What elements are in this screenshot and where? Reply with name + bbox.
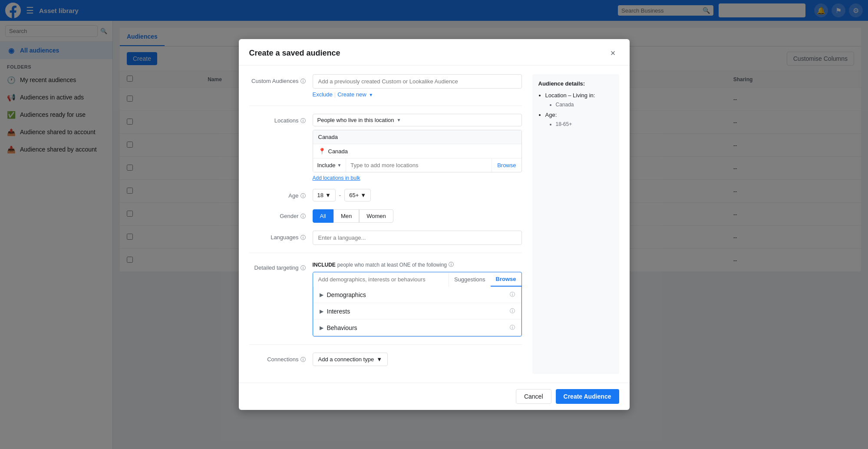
modal-close-button[interactable]: × xyxy=(607,47,619,59)
gender-men-button[interactable]: Men xyxy=(333,209,359,223)
location-dropdown-arrow-icon: ▼ xyxy=(397,118,401,122)
detailed-targeting-info-icon[interactable]: ⓘ xyxy=(300,264,306,272)
browse-tab[interactable]: Browse xyxy=(491,272,521,287)
gender-control: All Men Women xyxy=(313,209,522,223)
age-range-row: 18 ▼ - 65+ ▼ xyxy=(313,189,522,201)
exclude-link[interactable]: Exclude xyxy=(313,91,333,98)
gender-all-button[interactable]: All xyxy=(313,209,333,223)
age-min-select[interactable]: 18 ▼ xyxy=(313,189,336,201)
languages-row: Languages ⓘ xyxy=(249,231,522,245)
connections-row: Connections ⓘ Add a connection type ▼ xyxy=(249,353,522,366)
gender-buttons: All Men Women xyxy=(313,209,522,223)
include-button[interactable]: Include ▼ xyxy=(313,158,347,172)
languages-control xyxy=(313,231,522,245)
age-row: Age ⓘ 18 ▼ - 65+ ▼ xyxy=(249,189,522,201)
age-separator: - xyxy=(339,192,341,198)
demographics-arrow-icon: ▶ xyxy=(320,292,323,298)
languages-label: Languages ⓘ xyxy=(249,231,306,241)
location-pin-icon: 📍 xyxy=(318,148,326,155)
location-selected-text: Canada xyxy=(313,130,521,144)
divider-3 xyxy=(249,344,522,345)
modal-left-panel: Custom Audiences ⓘ Exclude | Create new … xyxy=(249,74,522,374)
detailed-targeting-row: Detailed targeting ⓘ INCLUDE people who … xyxy=(249,261,522,337)
languages-input[interactable] xyxy=(313,231,522,245)
audience-details-list: Location – Living in: Canada Age: 18-65+ xyxy=(538,90,613,129)
gender-label: Gender ⓘ xyxy=(249,209,306,220)
targeting-note: INCLUDE people who match at least ONE of… xyxy=(313,261,522,268)
audience-age-value: 18-65+ xyxy=(556,120,613,129)
demographics-info-icon[interactable]: ⓘ xyxy=(510,291,515,298)
location-box: Canada 📍 Canada Include ▼ xyxy=(313,130,522,172)
locations-info-icon[interactable]: ⓘ xyxy=(300,117,306,125)
audience-links: Exclude | Create new ▼ xyxy=(313,91,522,98)
custom-audiences-control: Exclude | Create new ▼ xyxy=(313,74,522,98)
age-info-icon[interactable]: ⓘ xyxy=(300,192,306,200)
location-name: Canada xyxy=(328,148,348,155)
add-bulk-link[interactable]: Add locations in bulk xyxy=(313,175,360,181)
detailed-targeting-control: INCLUDE people who match at least ONE of… xyxy=(313,261,522,337)
behaviours-info-icon[interactable]: ⓘ xyxy=(510,324,515,331)
age-max-arrow-icon: ▼ xyxy=(360,192,366,198)
location-item: 📍 Canada xyxy=(313,144,521,158)
gender-women-button[interactable]: Women xyxy=(359,209,393,223)
custom-audiences-label: Custom Audiences ⓘ xyxy=(249,74,306,85)
connections-control: Add a connection type ▼ xyxy=(313,353,522,366)
modal-body: Custom Audiences ⓘ Exclude | Create new … xyxy=(239,66,630,383)
audience-location-value: Canada xyxy=(556,100,613,110)
targeting-behaviours-item[interactable]: ▶ Behaviours ⓘ xyxy=(314,320,521,336)
modal-overlay: Create a saved audience × Custom Audienc… xyxy=(0,0,868,449)
divider-1 xyxy=(249,106,522,106)
age-label: Age ⓘ xyxy=(249,189,306,200)
gender-info-icon[interactable]: ⓘ xyxy=(300,213,306,220)
targeting-input[interactable] xyxy=(313,273,449,286)
targeting-tabs: Suggestions Browse xyxy=(449,272,521,287)
suggestions-tab[interactable]: Suggestions xyxy=(449,273,491,286)
audience-location-item: Location – Living in: Canada xyxy=(545,90,613,110)
age-min-arrow-icon: ▼ xyxy=(325,192,331,198)
create-new-link[interactable]: Create new ▼ xyxy=(337,91,373,98)
locations-row: Locations ⓘ People who live in this loca… xyxy=(249,114,522,181)
locations-control: People who live in this location ▼ Canad… xyxy=(313,114,522,181)
cancel-button[interactable]: Cancel xyxy=(516,389,551,404)
interests-info-icon[interactable]: ⓘ xyxy=(510,307,515,315)
custom-audiences-input[interactable] xyxy=(313,74,522,89)
locations-label: Locations ⓘ xyxy=(249,114,306,125)
targeting-demographics-item[interactable]: ▶ Demographics ⓘ xyxy=(314,287,521,303)
create-new-arrow-icon: ▼ xyxy=(369,92,373,97)
create-audience-modal: Create a saved audience × Custom Audienc… xyxy=(239,39,630,410)
location-browse-button[interactable]: Browse xyxy=(492,158,521,172)
detailed-targeting-label: Detailed targeting ⓘ xyxy=(249,261,306,272)
targeting-dropdown: ▶ Demographics ⓘ ▶ Interests xyxy=(313,287,521,336)
gender-row: Gender ⓘ All Men Women xyxy=(249,209,522,223)
audience-details-panel: Audience details: Location – Living in: … xyxy=(532,74,619,374)
modal-header: Create a saved audience × xyxy=(239,39,630,66)
custom-audiences-row: Custom Audiences ⓘ Exclude | Create new … xyxy=(249,74,522,98)
languages-info-icon[interactable]: ⓘ xyxy=(300,234,306,241)
behaviours-arrow-icon: ▶ xyxy=(320,325,323,331)
targeting-note-info-icon[interactable]: ⓘ xyxy=(449,261,454,268)
divider-2 xyxy=(249,253,522,253)
create-audience-button[interactable]: Create Audience xyxy=(556,389,619,404)
connection-type-dropdown[interactable]: Add a connection type ▼ xyxy=(313,353,388,366)
targeting-input-row: Suggestions Browse xyxy=(313,272,521,287)
modal-title: Create a saved audience xyxy=(249,49,340,58)
connection-dropdown-arrow-icon: ▼ xyxy=(376,356,382,363)
location-type-dropdown[interactable]: People who live in this location ▼ xyxy=(313,114,522,126)
connections-label: Connections ⓘ xyxy=(249,353,306,363)
age-max-select[interactable]: 65+ ▼ xyxy=(344,189,371,201)
connections-info-icon[interactable]: ⓘ xyxy=(300,356,306,363)
targeting-interests-item[interactable]: ▶ Interests ⓘ xyxy=(314,303,521,319)
targeting-input-wrapper: Suggestions Browse ▶ Demographics xyxy=(313,272,522,337)
audience-details-title: Audience details: xyxy=(538,80,613,87)
interests-arrow-icon: ▶ xyxy=(320,308,323,314)
custom-audiences-info-icon[interactable]: ⓘ xyxy=(300,78,306,85)
audience-age-item: Age: 18-65+ xyxy=(545,110,613,129)
age-control: 18 ▼ - 65+ ▼ xyxy=(313,189,522,201)
include-arrow-icon: ▼ xyxy=(337,163,341,168)
location-type-input[interactable] xyxy=(346,158,492,172)
modal-footer: Cancel Create Audience xyxy=(239,383,630,410)
location-input-row: Include ▼ Browse xyxy=(313,158,521,172)
